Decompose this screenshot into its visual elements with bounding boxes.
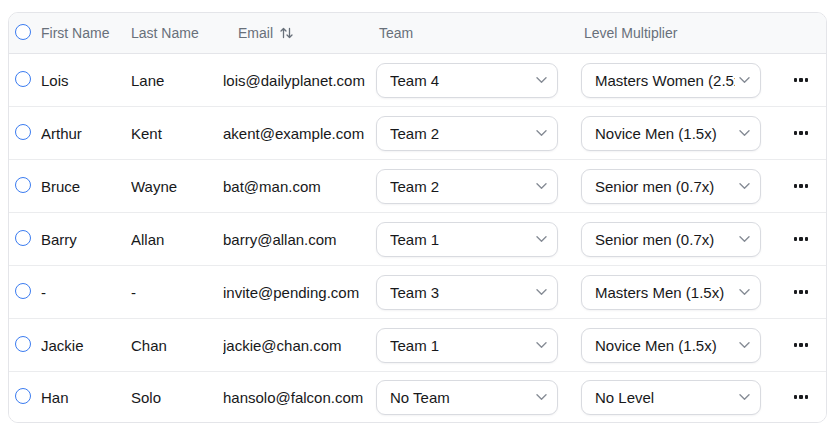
level-select-value: Masters Women (2.5x) xyxy=(595,72,735,89)
last-name-cell: Wayne xyxy=(131,178,223,195)
chevron-down-icon xyxy=(739,236,750,242)
team-select[interactable]: Team 1 xyxy=(376,328,558,363)
email-cell: jackie@chan.com xyxy=(223,337,376,354)
ellipsis-icon xyxy=(794,395,809,398)
first-name-cell: Bruce xyxy=(41,178,131,195)
first-name-cell: Arthur xyxy=(41,125,131,142)
last-name-cell: Lane xyxy=(131,72,223,89)
row-actions-button[interactable] xyxy=(786,225,816,253)
chevron-down-icon xyxy=(739,183,750,189)
first-name-cell: Barry xyxy=(41,231,131,248)
team-select-value: Team 2 xyxy=(390,178,532,195)
chevron-down-icon xyxy=(739,394,750,400)
last-name-cell: Allan xyxy=(131,231,223,248)
team-select[interactable]: Team 1 xyxy=(376,222,558,257)
select-all-checkbox[interactable] xyxy=(15,24,31,40)
ellipsis-icon xyxy=(794,184,809,187)
column-header-team: Team xyxy=(376,25,581,41)
ellipsis-icon xyxy=(794,78,809,81)
last-name-cell: - xyxy=(131,284,223,301)
level-select[interactable]: Masters Women (2.5x) xyxy=(581,63,761,98)
team-select-value: Team 3 xyxy=(390,284,532,301)
column-header-last-name: Last Name xyxy=(131,25,223,41)
chevron-down-icon xyxy=(536,289,547,295)
chevron-down-icon xyxy=(739,342,750,348)
level-select-value: Senior men (0.7x) xyxy=(595,231,735,248)
row-checkbox[interactable] xyxy=(15,336,31,352)
members-table: First Name Last Name Email Team Level Mu… xyxy=(8,12,827,423)
row-actions-button[interactable] xyxy=(786,278,816,306)
column-header-first-name: First Name xyxy=(41,25,131,41)
level-select[interactable]: Novice Men (1.5x) xyxy=(581,328,761,363)
row-actions-button[interactable] xyxy=(786,331,816,359)
email-cell: bat@man.com xyxy=(223,178,376,195)
chevron-down-icon xyxy=(739,289,750,295)
chevron-down-icon xyxy=(739,77,750,83)
table-row: - - invite@pending.com Team 3 Masters Me… xyxy=(9,266,826,319)
ellipsis-icon xyxy=(794,131,809,134)
table-row: Jackie Chan jackie@chan.com Team 1 Novic… xyxy=(9,319,826,372)
first-name-cell: - xyxy=(41,284,131,301)
chevron-down-icon xyxy=(536,130,547,136)
level-select-value: Novice Men (1.5x) xyxy=(595,337,735,354)
level-select[interactable]: Masters Men (1.5x) xyxy=(581,275,761,310)
team-select-value: Team 1 xyxy=(390,337,532,354)
level-select[interactable]: Senior men (0.7x) xyxy=(581,169,761,204)
team-select[interactable]: Team 3 xyxy=(376,275,558,310)
table-row: Han Solo hansolo@falcon.com No Team No L… xyxy=(9,372,826,422)
level-select-value: Novice Men (1.5x) xyxy=(595,125,735,142)
team-select[interactable]: Team 4 xyxy=(376,63,558,98)
last-name-cell: Kent xyxy=(131,125,223,142)
level-select-value: Senior men (0.7x) xyxy=(595,178,735,195)
row-checkbox[interactable] xyxy=(15,388,31,404)
team-select[interactable]: Team 2 xyxy=(376,169,558,204)
row-actions-button[interactable] xyxy=(786,383,816,411)
row-checkbox[interactable] xyxy=(15,283,31,299)
email-cell: lois@dailyplanet.com xyxy=(223,72,376,89)
row-checkbox[interactable] xyxy=(15,230,31,246)
chevron-down-icon xyxy=(536,77,547,83)
chevron-down-icon xyxy=(536,236,547,242)
team-select[interactable]: No Team xyxy=(376,380,558,415)
email-cell: hansolo@falcon.com xyxy=(223,389,376,406)
level-select[interactable]: No Level xyxy=(581,380,761,415)
table-header-row: First Name Last Name Email Team Level Mu… xyxy=(9,13,826,54)
team-select[interactable]: Team 2 xyxy=(376,116,558,151)
table-row: Lois Lane lois@dailyplanet.com Team 4 Ma… xyxy=(9,54,826,107)
level-select-value: Masters Men (1.5x) xyxy=(595,284,735,301)
team-select-value: Team 2 xyxy=(390,125,532,142)
email-cell: barry@allan.com xyxy=(223,231,376,248)
chevron-down-icon xyxy=(739,130,750,136)
chevron-down-icon xyxy=(536,394,547,400)
ellipsis-icon xyxy=(794,237,809,240)
row-checkbox[interactable] xyxy=(15,124,31,140)
row-actions-button[interactable] xyxy=(786,172,816,200)
first-name-cell: Han xyxy=(41,389,131,406)
ellipsis-icon xyxy=(794,290,809,293)
first-name-cell: Lois xyxy=(41,72,131,89)
ellipsis-icon xyxy=(794,343,809,346)
level-select[interactable]: Senior men (0.7x) xyxy=(581,222,761,257)
team-select-value: No Team xyxy=(390,389,532,406)
first-name-cell: Jackie xyxy=(41,337,131,354)
table-row: Bruce Wayne bat@man.com Team 2 Senior me… xyxy=(9,160,826,213)
email-cell: akent@example.com xyxy=(223,125,376,142)
table-row: Arthur Kent akent@example.com Team 2 Nov… xyxy=(9,107,826,160)
level-select[interactable]: Novice Men (1.5x) xyxy=(581,116,761,151)
table-row: Barry Allan barry@allan.com Team 1 Senio… xyxy=(9,213,826,266)
email-cell: invite@pending.com xyxy=(223,284,376,301)
last-name-cell: Solo xyxy=(131,389,223,406)
row-actions-button[interactable] xyxy=(786,119,816,147)
team-select-value: Team 1 xyxy=(390,231,532,248)
column-header-level-multiplier: Level Multiplier xyxy=(581,25,776,41)
row-checkbox[interactable] xyxy=(15,177,31,193)
row-actions-button[interactable] xyxy=(786,66,816,94)
last-name-cell: Chan xyxy=(131,337,223,354)
row-checkbox[interactable] xyxy=(15,71,31,87)
column-header-email-sort[interactable]: Email xyxy=(223,25,293,41)
chevron-down-icon xyxy=(536,342,547,348)
sort-icon xyxy=(280,27,293,39)
chevron-down-icon xyxy=(536,183,547,189)
column-header-email-label: Email xyxy=(238,25,273,41)
level-select-value: No Level xyxy=(595,389,735,406)
